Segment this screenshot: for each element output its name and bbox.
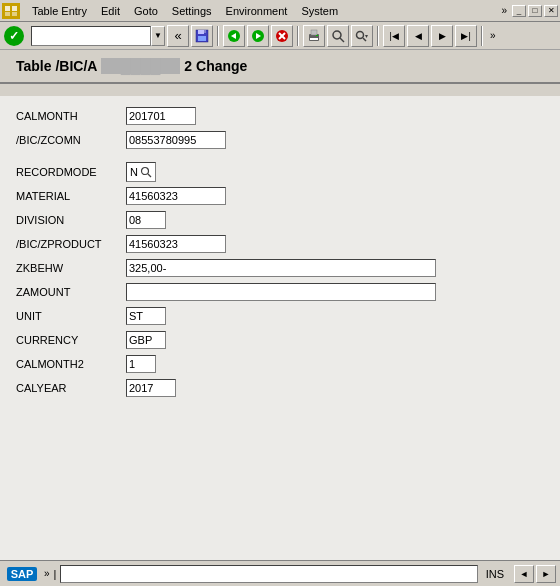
status-next-button[interactable]: ►: [536, 565, 556, 583]
calmonth2-input[interactable]: [126, 355, 156, 373]
menu-table-entry[interactable]: Table Entry: [26, 3, 93, 19]
calyear-row: CALYEAR: [16, 378, 544, 398]
material-input[interactable]: [126, 187, 226, 205]
next-page-button[interactable]: ▶: [431, 25, 453, 47]
header-separator: [0, 84, 560, 96]
recordmode-search-icon[interactable]: [139, 165, 153, 179]
status-command-input[interactable]: [60, 565, 477, 583]
svg-rect-1: [5, 6, 10, 11]
toolbar-sep-2: [297, 26, 299, 46]
unit-row: UNIT: [16, 306, 544, 326]
minimize-button[interactable]: _: [512, 5, 526, 17]
svg-rect-19: [316, 35, 318, 36]
toolbar-sep-4: [481, 26, 483, 46]
currency-input[interactable]: [126, 331, 166, 349]
zkbehw-label: ZKBEHW: [16, 262, 126, 274]
menu-system[interactable]: System: [295, 3, 344, 19]
svg-rect-4: [12, 12, 17, 16]
toolbar-sep-3: [377, 26, 379, 46]
bic-zproduct-input[interactable]: [126, 235, 226, 253]
sap-logo: SAP: [4, 564, 40, 584]
toolbar-overflow[interactable]: »: [487, 30, 499, 41]
bic-zcomn-input[interactable]: [126, 131, 226, 149]
menu-overflow[interactable]: »: [498, 5, 510, 16]
command-field[interactable]: [31, 26, 151, 46]
nav-input-wrap: ▼: [31, 26, 165, 46]
bic-zcomn-row: /BIC/ZCOMN: [16, 130, 544, 150]
svg-point-20: [333, 31, 341, 39]
bic-zproduct-row: /BIC/ZPRODUCT: [16, 234, 544, 254]
status-nav-buttons: ◄ ►: [514, 565, 556, 583]
prev-page-button[interactable]: ◀: [407, 25, 429, 47]
division-input[interactable]: [126, 211, 166, 229]
page-title: Table /BIC/A ████ 2 Change: [16, 58, 247, 74]
bic-zproduct-label: /BIC/ZPRODUCT: [16, 238, 126, 250]
last-page-button[interactable]: ▶|: [455, 25, 477, 47]
cancel-button[interactable]: [271, 25, 293, 47]
svg-rect-7: [198, 36, 206, 41]
recordmode-value: N: [129, 166, 139, 178]
svg-rect-17: [311, 30, 317, 35]
execute-button[interactable]: ✓: [4, 26, 24, 46]
svg-rect-18: [310, 38, 318, 40]
menu-environment[interactable]: Environment: [220, 3, 294, 19]
material-label: MATERIAL: [16, 190, 126, 202]
menu-goto[interactable]: Goto: [128, 3, 164, 19]
currency-row: CURRENCY: [16, 330, 544, 350]
menu-edit[interactable]: Edit: [95, 3, 126, 19]
divider-1: [16, 154, 544, 162]
status-bar: SAP » | INS ◄ ►: [0, 560, 560, 586]
save-button[interactable]: [191, 25, 213, 47]
forward-nav-button[interactable]: [247, 25, 269, 47]
calmonth-input[interactable]: [126, 107, 196, 125]
back-nav-button[interactable]: [223, 25, 245, 47]
calmonth2-label: CALMONTH2: [16, 358, 126, 370]
status-divider-text: |: [54, 568, 57, 580]
sap-menu-icon[interactable]: [2, 3, 20, 19]
svg-line-21: [340, 38, 344, 42]
toolbar: ✓ ▼ «: [0, 22, 560, 50]
svg-marker-24: [365, 35, 368, 38]
recordmode-label: RECORDMODE: [16, 166, 126, 178]
zamount-row: ZAMOUNT: [16, 282, 544, 302]
find-next-button[interactable]: [351, 25, 373, 47]
status-overflow[interactable]: »: [44, 568, 50, 579]
zkbehw-input[interactable]: [126, 259, 436, 277]
first-page-button[interactable]: |◀: [383, 25, 405, 47]
menu-settings[interactable]: Settings: [166, 3, 218, 19]
form-area: CALMONTH /BIC/ZCOMN RECORDMODE N: [0, 96, 560, 412]
status-right: INS ◄ ►: [482, 565, 556, 583]
zkbehw-row: ZKBEHW: [16, 258, 544, 278]
unit-input[interactable]: [126, 307, 166, 325]
close-button[interactable]: ✕: [544, 5, 558, 17]
calmonth-row: CALMONTH: [16, 106, 544, 126]
svg-point-25: [141, 168, 148, 175]
material-row: MATERIAL: [16, 186, 544, 206]
insert-mode-indicator: INS: [482, 568, 508, 580]
svg-rect-2: [12, 6, 17, 11]
back-button[interactable]: «: [167, 25, 189, 47]
status-prev-button[interactable]: ◄: [514, 565, 534, 583]
find-button[interactable]: [327, 25, 349, 47]
division-label: DIVISION: [16, 214, 126, 226]
print-button[interactable]: [303, 25, 325, 47]
window-controls: » _ □ ✕: [498, 5, 558, 17]
zamount-input[interactable]: [126, 283, 436, 301]
calmonth2-row: CALMONTH2: [16, 354, 544, 374]
zamount-label: ZAMOUNT: [16, 286, 126, 298]
svg-rect-6: [198, 30, 204, 34]
toolbar-sep-1: [217, 26, 219, 46]
calmonth-label: CALMONTH: [16, 110, 126, 122]
division-row: DIVISION: [16, 210, 544, 230]
svg-rect-8: [204, 30, 206, 33]
unit-label: UNIT: [16, 310, 126, 322]
maximize-button[interactable]: □: [528, 5, 542, 17]
recordmode-input[interactable]: N: [126, 162, 156, 182]
calyear-label: CALYEAR: [16, 382, 126, 394]
svg-point-22: [357, 31, 364, 38]
svg-line-26: [148, 174, 151, 177]
page-header: Table /BIC/A ████ 2 Change: [0, 50, 560, 84]
command-dropdown[interactable]: ▼: [151, 26, 165, 46]
calyear-input[interactable]: [126, 379, 176, 397]
currency-label: CURRENCY: [16, 334, 126, 346]
